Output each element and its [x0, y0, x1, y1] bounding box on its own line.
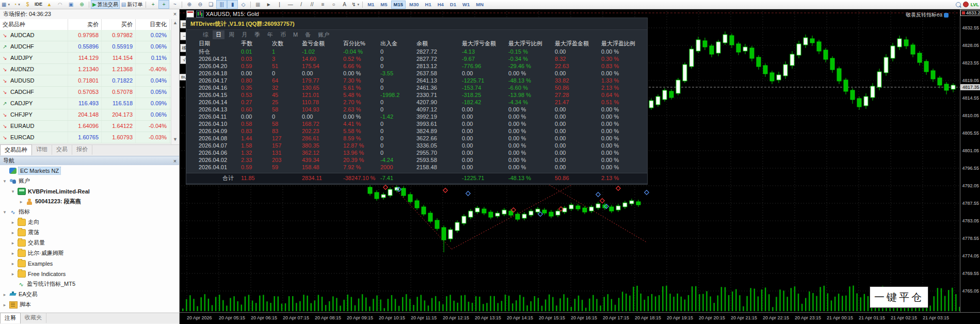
tree-item-9[interactable]: ▸Examples	[10, 258, 53, 268]
tab-详细[interactable]: 详细	[32, 144, 52, 155]
expander-icon[interactable]: ▸	[10, 261, 15, 266]
fibonacci-icon[interactable]: ≡	[317, 0, 328, 9]
timeframe-mn[interactable]: MN	[473, 1, 486, 9]
help-icon[interactable]	[963, 2, 969, 7]
cursor-tool-icon[interactable]: ►	[263, 0, 274, 9]
market-row-AUDNZD[interactable]: ↘AUDNZD1.213401.21368-0.40%	[0, 64, 171, 75]
column-header-3[interactable]: 日变化	[136, 19, 170, 30]
tab-交易[interactable]: 交易	[52, 144, 72, 155]
tab-收藏夹[interactable]: 收藏夹	[21, 313, 46, 323]
timeframe-m1[interactable]: M1	[365, 1, 377, 9]
tree-item-7[interactable]: ▸交易量	[10, 238, 45, 248]
expander-icon[interactable]: ▸	[19, 199, 24, 204]
tile-windows-icon[interactable]: ❏	[205, 0, 216, 9]
stats-panel[interactable]: MTDriver统计 ,V1.91 (QQ群:260937757) 综日周月季年…	[186, 18, 648, 185]
expander-icon[interactable]: ▸	[10, 220, 15, 225]
tab-注释[interactable]: 注释	[0, 313, 21, 323]
indicator-icon[interactable]	[944, 13, 949, 18]
expander-icon[interactable]: ▾	[10, 189, 15, 194]
algo-trading-button[interactable]: ▶算法交易	[91, 0, 120, 9]
zoom-out-icon[interactable]: ⊖	[195, 0, 205, 9]
text-tool-icon[interactable]: A	[339, 0, 350, 9]
stats-panel-title[interactable]: MTDriver统计 ,V1.91 (QQ群:260937757)	[186, 18, 647, 30]
market-row-AUDCHF[interactable]: ↗AUDCHF0.558960.559190.06%	[0, 41, 171, 53]
column-header-2[interactable]: 买价	[102, 19, 136, 30]
arrow-objects-icon[interactable]: ↯▾	[350, 0, 361, 9]
stats-tab-周[interactable]: 周	[226, 30, 237, 39]
stats-tab-年[interactable]: 年	[264, 30, 276, 39]
expander-icon[interactable]: ▸	[10, 271, 15, 277]
journal-icon[interactable]: ▲	[44, 0, 55, 9]
market-row-AUDCAD[interactable]: ↘AUDCAD0.979580.979820.02%	[0, 30, 171, 41]
quotes-table-icon[interactable]	[186, 10, 194, 18]
close-all-positions-button[interactable]: 一键平仓	[870, 286, 928, 308]
trendline-icon[interactable]: /	[296, 0, 307, 9]
zoom-in-icon[interactable]: ⊕	[184, 0, 195, 9]
timeframe-w1[interactable]: W1	[460, 1, 472, 9]
market-row-EURCAD[interactable]: ↘EURCAD1.607651.60793-0.03%	[0, 132, 171, 143]
channel-icon[interactable]: //	[307, 0, 317, 9]
timeframe-h4[interactable]: H4	[435, 1, 446, 9]
expander-icon[interactable]: ▸	[2, 292, 7, 297]
price-axis[interactable]: 4832.554828.054823.554819.054814.554810.…	[960, 9, 980, 312]
tree-item-11[interactable]: ∿盈亏统计指标_MT5	[10, 279, 75, 289]
horizontal-line-icon[interactable]: —	[285, 0, 296, 9]
tree-item-1[interactable]: ▾账户	[2, 176, 30, 186]
market-row-AUDUSD[interactable]: ↘AUDUSD0.718010.718220.04%	[0, 75, 171, 87]
stats-tab-备[interactable]: 备	[302, 30, 314, 39]
market-row-CADCHF[interactable]: ↘CADCHF0.570530.570780.05%	[0, 87, 171, 98]
timeframe-d1[interactable]: D1	[447, 1, 459, 9]
vps-icon[interactable]: ▣	[66, 0, 76, 9]
tree-item-4[interactable]: ▾∿指标	[2, 207, 30, 217]
crosshair-sync-icon[interactable]: +	[158, 0, 169, 9]
grid-icon[interactable]: ▦	[252, 0, 263, 9]
market-row-CHFJPY[interactable]: ↘CHFJPY204.148204.1730.06%	[0, 109, 171, 121]
column-header-1[interactable]: 卖价	[68, 19, 102, 30]
tree-item-8[interactable]: ▸比尔·威廉姆斯	[10, 248, 64, 258]
tree-item-5[interactable]: ▸走向	[10, 217, 39, 227]
time-axis[interactable]: 20 Apr 202620 Apr 05:1520 Apr 06:1520 Ap…	[179, 312, 980, 324]
shapes-icon[interactable]: ○	[328, 0, 339, 9]
market-row-EURAUD[interactable]: ↘EURAUD1.640961.64122-0.04%	[0, 121, 171, 132]
expander-icon[interactable]: ▸	[2, 302, 7, 307]
timeframe-m5[interactable]: M5	[378, 1, 390, 9]
market-row-CADJPY[interactable]: ↗CADJPY116.493116.5180.09%	[0, 98, 171, 109]
bars-mode-icon[interactable]: |||	[216, 0, 227, 9]
expander-icon[interactable]: ▸	[10, 251, 15, 256]
chart-symbol-icon[interactable]	[196, 10, 204, 18]
tree-item-10[interactable]: ▸Free Indicators	[10, 269, 66, 279]
expander-icon[interactable]: ▸	[10, 240, 15, 246]
scroll-down-icon[interactable]: ▼	[171, 137, 179, 142]
close-icon[interactable]: ×	[171, 158, 179, 164]
vertical-line-icon[interactable]: |	[274, 0, 285, 9]
tab-交易品种[interactable]: 交易品种	[0, 144, 32, 155]
expander-icon[interactable]: ▾	[2, 179, 7, 184]
community-icon[interactable]: ⊕	[76, 0, 87, 9]
tree-item-0[interactable]: EC Markets NZ	[2, 166, 60, 175]
stats-tab-币[interactable]: 币	[277, 30, 289, 39]
timeframe-h1[interactable]: H1	[423, 1, 434, 9]
tree-item-2[interactable]: ▾KVBPrimeLimited-Real	[10, 186, 90, 196]
stats-tab-M[interactable]: M	[290, 31, 301, 38]
stats-tab-日[interactable]: 日	[213, 30, 224, 39]
scroll-up-icon[interactable]: ▲	[171, 20, 179, 25]
stats-tab-综[interactable]: 综	[200, 30, 212, 39]
new-chart-icon[interactable]: ▦▾	[0, 0, 11, 9]
search-icon[interactable]	[956, 2, 961, 7]
tree-item-13[interactable]: ▸脚本	[2, 300, 31, 310]
timeframe-m30[interactable]: M30	[407, 1, 421, 9]
line-mode-icon[interactable]: ◇	[238, 0, 249, 9]
ide-button[interactable]: IDE	[33, 0, 44, 9]
market-watch-scrollbar[interactable]: ▲ ▼	[171, 19, 179, 144]
profiles-icon[interactable]: ◔▾	[11, 0, 22, 9]
expander-icon[interactable]: ▾	[2, 209, 7, 215]
deposit-icon[interactable]: $	[22, 0, 33, 9]
stats-tab-月[interactable]: 月	[238, 30, 250, 39]
stats-tab-季[interactable]: 季	[251, 30, 263, 39]
tree-item-3[interactable]: ▸50041223: 段高燕	[19, 197, 81, 206]
new-order-button[interactable]: ▤新订单	[120, 0, 144, 9]
wave-tool-icon[interactable]: ~	[169, 0, 180, 9]
crosshair-icon[interactable]: +	[148, 0, 158, 9]
candles-mode-icon[interactable]: ▮	[227, 0, 238, 9]
tab-报价[interactable]: 报价	[72, 144, 92, 155]
